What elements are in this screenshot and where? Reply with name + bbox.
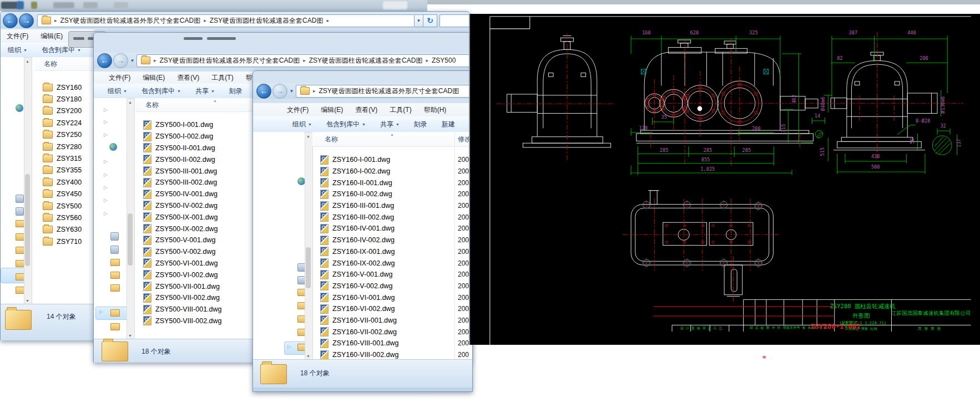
network-icon[interactable]: [109, 143, 117, 151]
search-input[interactable]: [440, 14, 469, 27]
forward-button[interactable]: →: [272, 84, 287, 99]
explorer-window-3: ← → ▼ ▸ZSY硬齿面圆柱齿轮减速器外形尺寸全套CAD图 文件(F)编辑(E…: [252, 70, 473, 392]
menu-item[interactable]: 文件(F): [281, 105, 315, 115]
file-row[interactable]: ZSY160-IX-002.dwg200: [312, 257, 472, 269]
file-name: ZSY630: [57, 226, 82, 233]
breadcrumb-segment[interactable]: ZSY硬齿面圆柱齿轮减速器外形尺寸全套CAD图: [317, 86, 461, 96]
refresh-button[interactable]: ↻: [423, 14, 437, 27]
tree-folder-icon[interactable]: [110, 259, 120, 266]
file-name: ZSY160-III-002.dwg: [332, 213, 394, 221]
toolbar-button[interactable]: 共享▼: [188, 86, 222, 96]
breadcrumb-segment[interactable]: ZSY硬齿面圆柱齿轮减速器全套CAD图: [307, 56, 425, 65]
cad-cursor-dot: [698, 106, 703, 111]
item-count: 18 个对象: [300, 369, 330, 378]
breadcrumb-segment[interactable]: ZSY硬齿面圆柱齿轮减速器外形尺寸全套CAD图: [59, 16, 203, 26]
file-name: ZSY315: [57, 155, 82, 162]
dwg-file-icon: [320, 201, 329, 211]
file-name: ZSY160-IV-001.dwg: [332, 225, 395, 232]
file-row[interactable]: ZSY160-VII-001.dwg200: [312, 315, 472, 327]
file-row[interactable]: ZSY160-V-002.dwg200: [312, 280, 472, 292]
dwg-file-icon: [320, 212, 329, 222]
menu-item[interactable]: 文件(F): [103, 73, 137, 83]
tree-folder-icon[interactable]: [110, 309, 120, 317]
file-row[interactable]: ZSY160-III-001.dwg200: [312, 200, 472, 212]
breadcrumb-segment[interactable]: ZSY硬齿面圆柱齿轮减速器全套CAD图: [208, 16, 325, 26]
menu-item[interactable]: 查看(V): [171, 73, 205, 83]
column-headers[interactable]: 名称 ▲ 修改: [312, 132, 472, 147]
back-button[interactable]: ←: [97, 53, 112, 68]
toolbar-button[interactable]: 刻录: [222, 86, 250, 96]
file-row[interactable]: ZSY160-VI-002.dwg200: [312, 303, 472, 315]
menu-item[interactable]: 编辑(E): [34, 32, 69, 41]
toolbar-button[interactable]: 包含到库中▼: [319, 120, 373, 129]
toolbar-button[interactable]: 刻录: [407, 120, 435, 129]
back-button[interactable]: ←: [3, 13, 18, 28]
cad-drawing-canvas[interactable]: 1606203253074408220046231535120200285285…: [470, 14, 980, 345]
breadcrumb-segment[interactable]: ZSY硬齿面圆柱齿轮减速器外形尺寸全套CAD图: [158, 56, 302, 65]
back-button[interactable]: ←: [256, 84, 271, 99]
cad-text: 200: [752, 126, 761, 131]
file-row[interactable]: ZSY160-IV-002.dwg200: [312, 234, 472, 246]
folder-icon: [43, 143, 53, 151]
menu-item[interactable]: 工具(T): [383, 105, 417, 115]
network-icon[interactable]: [16, 104, 23, 112]
network-icon[interactable]: [297, 177, 305, 185]
blurred-title-text: [207, 37, 236, 40]
computer-icon[interactable]: [16, 195, 24, 203]
forward-button[interactable]: →: [113, 53, 128, 68]
address-dropdown-button[interactable]: ▼: [128, 55, 137, 67]
address-dropdown-button[interactable]: ▼: [287, 85, 296, 97]
menu-item[interactable]: 工具(T): [205, 73, 239, 83]
cad-text: 外形图: [852, 312, 870, 319]
recycle-bin-icon[interactable]: [16, 207, 24, 216]
file-row[interactable]: ZSY160-II-002.dwg200: [312, 188, 472, 200]
address-dropdown-button[interactable]: ▼: [415, 14, 423, 27]
file-row[interactable]: ZSY160-IX-001.dwg200: [312, 246, 472, 258]
file-row[interactable]: ZSY160-I-001.dwg200: [312, 154, 472, 166]
file-row[interactable]: ZSY160-V-001.dwg200: [312, 269, 472, 280]
menu-item[interactable]: 文件(F): [1, 32, 34, 41]
tree-folder-icon[interactable]: [110, 284, 120, 292]
recycle-bin-icon[interactable]: [110, 246, 119, 254]
tree-scrollbar-3[interactable]: ▲ ▼: [305, 132, 313, 359]
folder-icon: [43, 84, 53, 91]
file-row[interactable]: ZSY160-I-002.dwg200: [312, 166, 472, 177]
file-row[interactable]: ZSY160-VI-001.dwg200: [312, 292, 472, 303]
menu-item[interactable]: 编辑(E): [137, 73, 171, 83]
file-row[interactable]: ZSY160-VIII-001.dwg200: [312, 338, 472, 349]
item-count: 14 个对象: [47, 312, 76, 322]
file-row[interactable]: ZSY160-VII-002.dwg200: [312, 326, 472, 338]
forward-button[interactable]: →: [19, 13, 34, 28]
toolbar-button[interactable]: 组织▼: [100, 86, 134, 96]
breadcrumb[interactable]: ▸ZSY硬齿面圆柱齿轮减速器外形尺寸全套CAD图▸ZSY硬齿面圆柱齿轮减速器全套…: [137, 54, 469, 67]
menu-item[interactable]: 编辑(E): [315, 105, 349, 115]
blurred-icon: [17, 1, 24, 9]
cad-application-window: 1606203253074408220046231535120200285285…: [469, 14, 980, 345]
file-name: ZSY500-V-001.dwg: [155, 236, 215, 244]
toolbar-button[interactable]: 新建: [435, 120, 462, 129]
breadcrumb[interactable]: ▸ZSY硬齿面圆柱齿轮减速器外形尺寸全套CAD图: [296, 85, 471, 98]
file-row[interactable]: ZSY160-VIII-002.dwg200: [312, 349, 472, 359]
toolbar-button[interactable]: 组织▼: [285, 120, 319, 129]
toolbar-button[interactable]: 组织▼: [1, 45, 34, 55]
dwg-file-icon: [320, 327, 329, 336]
menu-item[interactable]: 查看(V): [349, 105, 383, 115]
toolbar-button[interactable]: 包含到库中▼: [134, 86, 188, 96]
breadcrumb[interactable]: ▸ZSY硬齿面圆柱齿轮减速器外形尺寸全套CAD图▸ZSY硬齿面圆柱齿轮减速器全套…: [37, 14, 415, 27]
date-modified: 200: [458, 317, 469, 324]
file-row[interactable]: ZSY160-IV-001.dwg200: [312, 223, 472, 234]
menu-item[interactable]: 帮助(H): [418, 105, 453, 115]
tree-scrollbar-1[interactable]: ▲ ▼: [24, 57, 32, 304]
dwg-file-icon: [143, 247, 151, 257]
dwg-file-icon: [143, 201, 151, 210]
computer-icon[interactable]: [110, 232, 119, 241]
tree-scrollbar-2[interactable]: ▲ ▼: [127, 98, 135, 339]
file-name: ZSY500-VII-001.dwg: [155, 283, 220, 290]
file-row[interactable]: ZSY160-III-002.dwg200: [312, 211, 472, 223]
breadcrumb-segment[interactable]: ZSY500: [430, 57, 457, 64]
tree-folder-icon[interactable]: [110, 272, 120, 279]
date-modified: 200: [458, 156, 469, 164]
file-row[interactable]: ZSY160-II-001.dwg200: [312, 177, 472, 188]
toolbar-button[interactable]: 共享▼: [373, 120, 407, 129]
tree-folder-icon[interactable]: [110, 323, 120, 330]
